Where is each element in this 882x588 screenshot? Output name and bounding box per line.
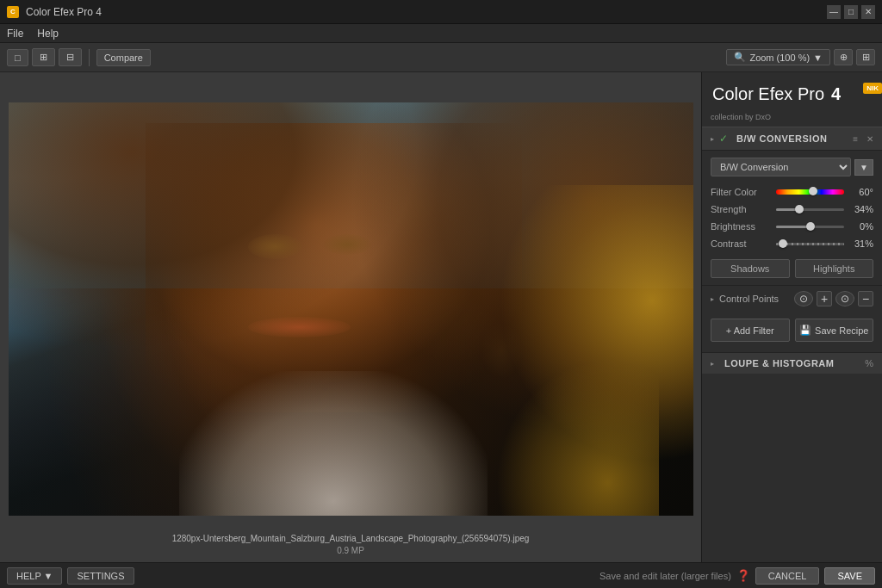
titlebar-controls[interactable]: — □ ✕ — [827, 5, 875, 19]
canvas-top-padding — [0, 85, 701, 102]
filter-close-icon[interactable]: ✕ — [866, 134, 873, 144]
loupe-arrow-icon: ▸ — [711, 360, 714, 368]
filter-color-slider-row: Filter Color 60° — [702, 183, 882, 201]
canvas-area: 1280px-Untersberg_Mountain_Salzburg_Aust… — [0, 72, 701, 562]
cancel-button[interactable]: CANCEL — [755, 567, 820, 585]
filter-menu-icon[interactable]: ≡ — [853, 134, 858, 144]
highlights-button[interactable]: Highlights — [795, 259, 874, 278]
filter-section-header[interactable]: ▸ ✓ B/W CONVERSION ≡ ✕ — [702, 127, 882, 151]
right-panel: Color Efex Pro 4 NIK collection by DxO ▸… — [701, 72, 882, 562]
menubar: File Help — [0, 24, 882, 43]
brightness-label: Brightness — [711, 221, 771, 232]
control-points-buttons: ⊙ + ⊙ − — [794, 291, 873, 306]
menu-file[interactable]: File — [7, 28, 23, 40]
maximize-button[interactable]: □ — [844, 5, 858, 19]
close-button[interactable]: ✕ — [861, 5, 875, 19]
bottombar: HELP ▼ SETTINGS Save and edit later (lar… — [0, 562, 882, 588]
settings-button[interactable]: SETTINGS — [67, 567, 134, 585]
zoom-icon: 🔍 — [734, 52, 746, 63]
contrast-value: 31% — [849, 238, 873, 249]
strength-thumb[interactable] — [795, 205, 804, 214]
control-points-arrow-icon: ▸ — [711, 295, 714, 303]
filter-preset-select[interactable]: B/W Conversion — [711, 158, 851, 176]
control-points-row: ▸ Control Points ⊙ + ⊙ − — [702, 285, 882, 312]
toolbar: □ ⊞ ⊟ Compare 🔍 Zoom (100 %) ▼ ⊕ ⊞ — [0, 43, 882, 72]
filter-color-value: 60° — [849, 187, 873, 197]
save-recipe-icon: 💾 — [799, 325, 811, 336]
titlebar-left: C Color Efex Pro 4 — [7, 6, 102, 18]
contrast-label: Contrast — [711, 238, 771, 249]
zoom-control[interactable]: 🔍 Zoom (100 %) ▼ — [726, 49, 830, 65]
filter-header-title: B/W CONVERSION — [736, 133, 848, 144]
toolbar-extra-button2[interactable]: ⊞ — [856, 49, 875, 65]
add-filter-button[interactable]: + Add Filter — [711, 319, 790, 342]
image-container — [9, 102, 693, 516]
portrait-image — [9, 102, 693, 516]
contrast-track[interactable] — [776, 243, 844, 245]
panel-title-text: Color Efex Pro — [712, 84, 824, 104]
cp-add-button[interactable]: + — [817, 291, 832, 306]
save-recipe-button[interactable]: 💾 Save Recipe — [795, 319, 874, 342]
titlebar: C Color Efex Pro 4 — □ ✕ — [0, 0, 882, 24]
main-layout: 1280px-Untersberg_Mountain_Salzburg_Aust… — [0, 72, 882, 562]
compare-button[interactable]: Compare — [96, 49, 151, 66]
app-icon: C — [7, 6, 19, 18]
brightness-track[interactable] — [776, 226, 844, 228]
cp-remove-target-button[interactable]: ⊙ — [835, 291, 854, 306]
loupe-header[interactable]: ▸ LOUPE & HISTOGRAM % — [702, 353, 882, 374]
titlebar-title: Color Efex Pro 4 — [26, 6, 102, 18]
filter-color-track[interactable] — [776, 189, 844, 195]
contrast-slider-row: Contrast 31% — [702, 235, 882, 252]
filter-preset-dropdown-button[interactable]: ▼ — [854, 159, 873, 176]
shadows-highlights-row: Shadows Highlights — [702, 252, 882, 285]
action-row: + Add Filter 💾 Save Recipe — [702, 312, 882, 349]
control-points-label: Control Points — [719, 294, 794, 304]
loupe-percent-label: % — [865, 358, 873, 368]
collection-label: collection by DxO — [702, 113, 882, 127]
image-size: 0.9 MP — [337, 546, 364, 555]
panel-title-number: 4 — [831, 84, 841, 104]
filter-color-label: Filter Color — [711, 187, 771, 197]
filter-section-arrow-icon: ▸ — [711, 135, 714, 143]
view-single-button[interactable]: □ — [7, 49, 28, 66]
shadows-button[interactable]: Shadows — [711, 259, 790, 278]
bottom-info-text: Save and edit later (larger files) — [599, 571, 731, 581]
strength-slider-row: Strength 34% — [702, 201, 882, 218]
portrait-overlay — [9, 102, 693, 516]
save-recipe-label: Save Recipe — [815, 325, 868, 336]
brightness-slider-row: Brightness 0% — [702, 218, 882, 235]
image-filename: 1280px-Untersberg_Mountain_Salzburg_Aust… — [172, 534, 530, 543]
cp-remove-button[interactable]: − — [858, 291, 873, 306]
canvas-bottom-padding: 1280px-Untersberg_Mountain_Salzburg_Aust… — [0, 516, 701, 550]
help-circle-icon[interactable]: ❓ — [736, 569, 750, 582]
brightness-value: 0% — [849, 221, 873, 232]
zoom-label: Zoom (100 %) — [749, 53, 810, 63]
panel-title-area: Color Efex Pro 4 NIK — [702, 72, 882, 113]
strength-value: 34% — [849, 204, 873, 214]
filter-color-thumb[interactable] — [809, 187, 817, 195]
toolbar-separator — [89, 49, 90, 66]
zoom-arrow-icon: ▼ — [813, 53, 823, 63]
help-dropdown-button[interactable]: HELP ▼ — [7, 567, 62, 585]
contrast-thumb[interactable] — [779, 239, 787, 248]
cp-add-target-button[interactable]: ⊙ — [794, 291, 813, 306]
loupe-header-title: LOUPE & HISTOGRAM — [724, 358, 860, 368]
view-split-button[interactable]: ⊞ — [32, 48, 55, 66]
view-loupe-button[interactable]: ⊟ — [59, 48, 82, 66]
filter-preset-row: B/W Conversion ▼ — [702, 151, 882, 183]
strength-label: Strength — [711, 204, 771, 214]
brightness-thumb[interactable] — [806, 222, 815, 231]
toolbar-extra-button1[interactable]: ⊕ — [834, 49, 853, 65]
menu-help[interactable]: Help — [37, 28, 59, 40]
minimize-button[interactable]: — — [827, 5, 841, 19]
nik-badge: NIK — [863, 83, 882, 94]
save-button[interactable]: SAVE — [824, 567, 875, 585]
strength-track[interactable] — [776, 208, 844, 211]
filter-enabled-check-icon[interactable]: ✓ — [719, 133, 728, 145]
loupe-section: ▸ LOUPE & HISTOGRAM % — [702, 352, 882, 374]
